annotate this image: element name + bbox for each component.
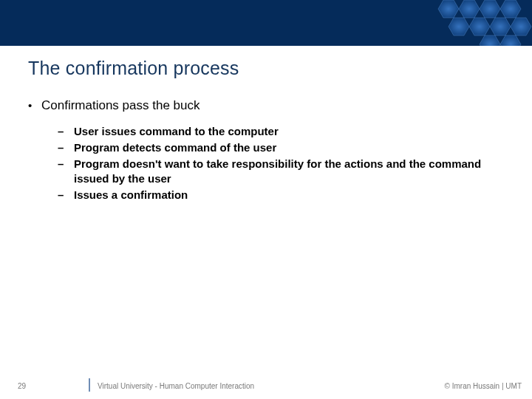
dash-marker: – <box>58 140 74 155</box>
svg-marker-4 <box>449 18 469 35</box>
bullet-item: • Confirmations pass the buck <box>28 98 501 114</box>
svg-marker-6 <box>490 18 511 35</box>
page-number: 29 <box>18 382 26 390</box>
footer: 29 Virtual University - Human Computer I… <box>0 374 532 390</box>
list-item: – User issues command to the computer <box>58 124 501 139</box>
svg-marker-1 <box>459 0 480 18</box>
svg-marker-2 <box>480 0 500 18</box>
slide-title: The confirmation process <box>28 58 239 79</box>
sub-bullet-text: Program detects command of the user <box>74 140 276 155</box>
list-item: – Program detects command of the user <box>58 140 501 155</box>
dash-marker: – <box>58 188 74 202</box>
svg-marker-5 <box>469 18 490 35</box>
sub-bullet-text: User issues command to the computer <box>74 124 279 139</box>
hex-pattern-icon <box>429 0 532 46</box>
svg-marker-9 <box>500 35 521 46</box>
svg-marker-0 <box>438 0 459 18</box>
dash-marker: – <box>58 157 74 171</box>
list-item: – Program doesn't want to take responsib… <box>58 157 501 186</box>
list-item: – Issues a confirmation <box>58 188 501 202</box>
sub-bullet-list: – User issues command to the computer – … <box>58 124 501 202</box>
slide-body: • Confirmations pass the buck – User iss… <box>28 98 501 204</box>
footer-divider <box>89 378 90 392</box>
bullet-text: Confirmations pass the buck <box>41 98 200 114</box>
footer-right-text: © Imran Hussain | UMT <box>445 382 522 390</box>
slide: The confirmation process • Confirmations… <box>0 0 532 399</box>
sub-bullet-text: Issues a confirmation <box>74 188 188 202</box>
sub-bullet-text: Program doesn't want to take responsibil… <box>74 157 501 186</box>
svg-marker-7 <box>511 18 531 35</box>
corner-hex-graphic <box>429 0 532 46</box>
footer-center-text: Virtual University - Human Computer Inte… <box>98 382 254 390</box>
bullet-marker: • <box>28 98 41 114</box>
svg-marker-3 <box>500 0 521 18</box>
svg-marker-8 <box>480 35 500 46</box>
dash-marker: – <box>58 124 74 139</box>
